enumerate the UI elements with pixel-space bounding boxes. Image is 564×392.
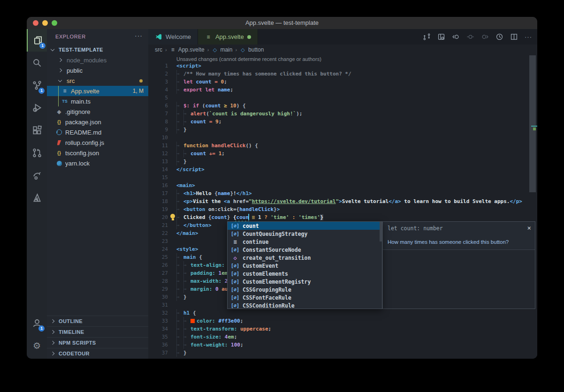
line-number: 32 <box>148 309 168 317</box>
file-row-package.json[interactable]: {}package.json <box>47 117 148 127</box>
section-timeline[interactable]: TIMELINE <box>47 326 148 337</box>
tab-app-svelte[interactable]: ≡App.svelte <box>198 29 258 45</box>
code-line-18[interactable]: 18→<p>Visit the <a href="https://svelte.… <box>148 197 537 205</box>
titlebar[interactable]: App.svelte — test-template <box>27 17 537 30</box>
code-line-33[interactable]: 33→→color: #ff3e00; <box>148 317 537 325</box>
code-line-37[interactable]: 37→} <box>148 349 537 357</box>
code-line-6[interactable]: 6→$: if (count ≥ 10) { <box>148 102 537 110</box>
file-row-main.ts[interactable]: TSmain.ts <box>47 96 148 106</box>
code-line-36[interactable]: 36→→font-weight: 100; <box>148 341 537 349</box>
file-row-yarn.lock[interactable]: yarn.lock <box>47 158 148 168</box>
breadcrumb-src[interactable]: src <box>155 46 162 53</box>
file-row-README.md[interactable]: iREADME.md <box>47 127 148 137</box>
suggest-item-ConstantSourceNode[interactable]: [∅]ConstantSourceNode <box>228 246 382 254</box>
code-line-7[interactable]: 7→→alert(`count is dangerously high!`); <box>148 110 537 118</box>
lightbulb-icon[interactable] <box>170 214 175 221</box>
file-row-src[interactable]: src <box>47 75 148 86</box>
activity-item-search[interactable] <box>27 52 47 74</box>
variable-icon: [∅] <box>230 247 240 252</box>
code-line-17[interactable]: 17→<h1>Hello {name}!</h1> <box>148 189 537 197</box>
code-line-14[interactable]: 14</script> <box>148 166 537 173</box>
suggest-item-customElements[interactable]: [∅]customElements <box>228 270 382 278</box>
code-line-8[interactable]: 8→→count = 9; <box>148 118 537 126</box>
cube-icon: ◇ <box>240 46 246 53</box>
activity-item-live-share[interactable] <box>27 164 47 187</box>
file-row-tsconfig.json[interactable]: {}tsconfig.json <box>47 148 148 158</box>
file-row-node_modules[interactable]: node_modules <box>47 55 148 65</box>
next-change-icon[interactable] <box>480 32 490 42</box>
suggest-item-CSSFontFaceRule[interactable]: [∅]CSSFontFaceRule <box>228 294 382 302</box>
file-row-App.svelte[interactable]: ≡App.svelte1, M <box>47 86 148 96</box>
code-line-12[interactable]: 12→→count += 1; <box>148 150 537 158</box>
file-row-rollup.config.js[interactable]: rollup.config.js <box>47 137 148 148</box>
code-line-content: →<h1>Hello {name}!</h1> <box>176 189 252 197</box>
code-line-5[interactable]: 5 <box>148 94 537 102</box>
editor-scrollbar[interactable] <box>529 55 536 192</box>
sidebar-title: EXPLORER <box>55 34 86 39</box>
breadcrumb-label: main <box>220 46 232 53</box>
code-line-20[interactable]: 20→Clicked {count} {coun ≡ 1 ? 'time' : … <box>148 213 537 221</box>
previous-change-icon[interactable] <box>450 32 461 42</box>
activity-item-github-pr[interactable] <box>27 142 47 164</box>
current-change-icon[interactable] <box>465 32 475 42</box>
line-number: 3 <box>148 78 168 86</box>
code-line-content: →function handleClick() { <box>176 142 258 150</box>
section-npm-scripts[interactable]: NPM SCRIPTS <box>47 337 148 348</box>
code-line-35[interactable]: 35→→font-size: 4em; <box>148 333 537 341</box>
section-outline[interactable]: OUTLINE <box>47 316 148 326</box>
open-preview-icon[interactable] <box>436 32 446 42</box>
activity-item-explorer[interactable]: 1 <box>27 29 48 52</box>
file-row-.gitignore[interactable]: ◈.gitignore <box>47 106 148 117</box>
suggest-item-continue[interactable]: ≡continue <box>228 238 382 246</box>
suggest-item-CustomEvent[interactable]: [∅]CustomEvent <box>228 262 382 270</box>
suggest-item-CountQueuingStrategy[interactable]: [∅]CountQueuingStrategy <box>228 230 382 238</box>
suggest-scrollbar[interactable] <box>380 222 382 241</box>
close-icon[interactable]: × <box>527 224 531 232</box>
timeline-icon[interactable] <box>494 32 504 42</box>
badge: 1 <box>38 325 45 332</box>
suggest-item-count[interactable]: [∅]count <box>228 222 382 230</box>
suggest-label: customElements <box>243 271 288 277</box>
section-codetour[interactable]: CODETOUR <box>47 348 148 359</box>
activity-item-azure[interactable] <box>27 187 47 209</box>
code-line-9[interactable]: 9→} <box>148 126 537 134</box>
open-changes-icon[interactable] <box>421 32 432 42</box>
suggest-item-create_out_transition[interactable]: ◇create_out_transition <box>228 254 382 262</box>
activity-item-extensions[interactable] <box>27 119 47 142</box>
code-line-13[interactable]: 13→} <box>148 158 537 166</box>
more-actions-icon[interactable]: ··· <box>523 32 534 42</box>
code-line-15[interactable]: 15 <box>148 173 537 181</box>
line-number: 30 <box>148 293 168 301</box>
code-line-content: →} <box>176 126 187 134</box>
unsaved-changes-annotation: Unsaved changes (cannot determine recent… <box>176 56 321 62</box>
code-line-16[interactable]: 16<main> <box>148 181 537 189</box>
suggest-item-CustomElementRegistry[interactable]: [∅]CustomElementRegistry <box>228 278 382 286</box>
chevron-right-icon <box>58 68 62 72</box>
project-root-row[interactable]: TEST-TEMPLATE <box>47 45 148 55</box>
code-line-1[interactable]: 1<script> <box>148 62 537 70</box>
diamond-icon: ◈ <box>55 108 63 115</box>
code-line-4[interactable]: 4→export let name; <box>148 86 537 94</box>
suggest-label: CSSFontFaceRule <box>243 294 291 301</box>
code-line-32[interactable]: 32→h1 { <box>148 309 537 317</box>
code-line-11[interactable]: 11→function handleClick() { <box>148 142 537 150</box>
suggest-item-CSSConditionRule[interactable]: [∅]CSSConditionRule <box>228 302 382 309</box>
code-line-19[interactable]: 19→<button on:click={handleClick}> <box>148 205 537 213</box>
breadcrumb-main[interactable]: ◇main <box>212 46 232 53</box>
activity-item-source-control[interactable]: 1 <box>27 74 47 97</box>
tab-welcome[interactable]: Welcome <box>148 29 198 45</box>
activity-item-accounts[interactable]: 1 <box>27 312 47 334</box>
activity-item-run-debug[interactable] <box>27 97 47 119</box>
more-actions-icon[interactable]: ··· <box>135 32 143 39</box>
suggest-item-CSSGroupingRule[interactable]: [∅]CSSGroupingRule <box>228 286 382 294</box>
activity-item-settings[interactable]: ⚙ <box>27 334 47 357</box>
code-line-3[interactable]: 3→let count = 0; <box>148 78 537 86</box>
code-line-34[interactable]: 34→→text-transform: uppercase; <box>148 325 537 333</box>
code-line-10[interactable]: 10 <box>148 134 537 142</box>
breadcrumb-app-svelte[interactable]: ≡App.svelte <box>170 46 205 53</box>
breadcrumb-button[interactable]: ◇button <box>240 46 264 53</box>
code-area[interactable]: Unsaved changes (cannot determine recent… <box>148 55 537 359</box>
file-row-public[interactable]: public <box>47 65 148 75</box>
split-editor-icon[interactable] <box>509 32 519 42</box>
code-line-2[interactable]: 2→/** How many times has someone clicked… <box>148 70 537 78</box>
